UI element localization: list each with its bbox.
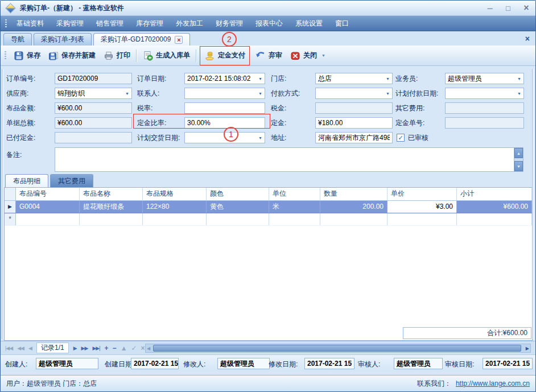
cell-unit-price[interactable]: ¥3.00 bbox=[387, 201, 457, 213]
deposit-label: 定金: bbox=[271, 117, 286, 129]
chevron-down-icon[interactable]: ▼ bbox=[123, 92, 129, 96]
grid-row-new[interactable]: * bbox=[5, 213, 532, 226]
tab-navigation[interactable]: 导航 bbox=[3, 33, 32, 46]
cell-unit: 米 bbox=[269, 201, 320, 213]
remark-field[interactable]: ▲ ▼ bbox=[55, 147, 523, 172]
nav-delete-button[interactable]: − bbox=[113, 344, 116, 352]
modifier-label: 修改人: bbox=[183, 360, 205, 369]
menu-finance[interactable]: 财务管理 bbox=[209, 16, 249, 31]
deposit-rate-field[interactable]: 30.00% bbox=[184, 117, 265, 129]
supplier-field[interactable]: 锦翔纺织 ▼ bbox=[55, 88, 132, 99]
nav-prev-button[interactable]: ◀ bbox=[28, 345, 32, 351]
deposit-pay-button[interactable]: 定金支付 bbox=[200, 49, 249, 63]
print-button[interactable]: 打印 bbox=[100, 49, 134, 63]
scroll-left-icon[interactable]: ◀ bbox=[147, 345, 150, 352]
col-fabric-spec[interactable]: 布品规格 bbox=[143, 188, 207, 200]
floppy-icon bbox=[14, 51, 24, 61]
col-fabric-name[interactable]: 布品名称 bbox=[80, 188, 143, 200]
deposit-rate-value: 30.00% bbox=[187, 119, 211, 127]
salesman-value: 超级管理员 bbox=[448, 74, 482, 84]
window-close-button[interactable]: × bbox=[522, 3, 531, 13]
menu-system[interactable]: 系统设置 bbox=[289, 16, 329, 31]
menu-purchase[interactable]: 采购管理 bbox=[50, 16, 90, 31]
chevron-down-icon[interactable]: ▼ bbox=[384, 92, 390, 96]
approved-checkbox[interactable]: ✓ bbox=[397, 134, 405, 142]
contact-field[interactable]: ▼ bbox=[184, 88, 265, 99]
grid-indicator-header bbox=[5, 188, 16, 200]
chevron-down-icon[interactable]: ▼ bbox=[257, 92, 262, 96]
tab-other-fees[interactable]: 其它费用 bbox=[50, 174, 93, 187]
order-date-field[interactable]: 2017-02-21 15:08:02 ▼ bbox=[184, 73, 265, 84]
salesman-field[interactable]: 超级管理员 ▼ bbox=[445, 73, 524, 84]
nav-next-button[interactable]: ▶ bbox=[73, 345, 77, 351]
menu-sales[interactable]: 销售管理 bbox=[90, 16, 130, 31]
tab-fabric-detail[interactable]: 布品明细 bbox=[5, 174, 48, 187]
tab-close-icon[interactable]: × bbox=[175, 36, 183, 44]
scroll-right-icon[interactable]: ▶ bbox=[526, 345, 529, 352]
chevron-down-icon[interactable]: ▼ bbox=[516, 77, 521, 81]
tax-rate-field[interactable] bbox=[184, 102, 265, 114]
horizontal-scrollbar[interactable]: ◀ ▶ bbox=[145, 344, 531, 353]
remark-scrollbar[interactable]: ▲ ▼ bbox=[514, 148, 523, 171]
menu-basic-data[interactable]: 基础资料 bbox=[10, 16, 50, 31]
nav-cancel-button[interactable]: × bbox=[141, 344, 145, 352]
row-selected-icon: ▶ bbox=[5, 201, 16, 213]
scroll-down-icon[interactable]: ▼ bbox=[514, 161, 523, 171]
nav-prior-page-button[interactable]: ◀◀ bbox=[17, 345, 24, 351]
tab-po-current[interactable]: 采购订单-GD17020009 × bbox=[93, 33, 190, 46]
nav-insert-button[interactable]: + bbox=[105, 344, 108, 352]
toolbar-separator bbox=[136, 49, 137, 62]
nav-next-page-button[interactable]: ▶▶ bbox=[81, 345, 88, 351]
col-unit[interactable]: 单位 bbox=[269, 188, 320, 200]
nav-edit-button[interactable]: ▲ bbox=[121, 344, 127, 352]
nav-first-button[interactable]: |◀◀ bbox=[5, 345, 13, 351]
contact-label: 联系人: bbox=[137, 88, 159, 99]
workspace-close-icon[interactable]: × bbox=[525, 34, 530, 43]
pay-method-field[interactable]: ▼ bbox=[315, 88, 393, 99]
website-link[interactable]: http://www.lange.com.cn bbox=[456, 379, 530, 387]
generate-inbound-button[interactable]: 生成入库单 bbox=[139, 49, 194, 63]
chevron-down-icon[interactable]: ▼ bbox=[321, 53, 325, 57]
scroll-up-icon[interactable]: ▲ bbox=[514, 148, 523, 158]
minimize-button[interactable]: ─ bbox=[485, 4, 494, 13]
tab-po-list[interactable]: 采购订单-列表 bbox=[34, 33, 92, 46]
scrollbar-thumb[interactable] bbox=[153, 345, 521, 352]
nav-last-button[interactable]: ▶▶| bbox=[92, 345, 100, 351]
inbound-doc-icon bbox=[143, 51, 153, 61]
menu-bar: 基础资料 采购管理 销售管理 库存管理 外发加工 财务管理 报表中心 系统设置 … bbox=[1, 16, 535, 31]
menu-outsourcing[interactable]: 外发加工 bbox=[170, 16, 209, 31]
deposit-field[interactable]: ¥180.00 bbox=[315, 117, 393, 129]
deposit-pay-label: 定金支付 bbox=[218, 51, 245, 60]
other-fee-field bbox=[445, 102, 524, 114]
maximize-button[interactable]: □ bbox=[504, 4, 513, 13]
menu-inventory[interactable]: 库存管理 bbox=[130, 16, 170, 31]
fabric-amount-label: 布品金额: bbox=[6, 102, 35, 114]
auditor-value: 超级管理员 bbox=[394, 358, 443, 369]
col-fabric-code[interactable]: 布品编号 bbox=[16, 188, 80, 200]
store-field[interactable]: 总店 ▼ bbox=[315, 73, 393, 84]
close-tab-button[interactable]: 关闭 ▼ bbox=[286, 49, 329, 63]
toolbar: 保存 保存并新建 打印 bbox=[1, 46, 535, 66]
order-no-label: 订单编号: bbox=[6, 73, 35, 84]
audit-info-bar: 创建人: 超级管理员 创建日期: 2017-02-21 15 修改人: 超级管理… bbox=[1, 354, 535, 372]
menu-reports[interactable]: 报表中心 bbox=[249, 16, 289, 31]
menu-window[interactable]: 窗口 bbox=[329, 16, 355, 31]
col-subtotal[interactable]: 小计 bbox=[457, 188, 532, 200]
plan-pay-date-field[interactable]: ▼ bbox=[445, 88, 524, 99]
chevron-down-icon[interactable]: ▼ bbox=[257, 77, 262, 81]
save-button[interactable]: 保存 bbox=[10, 49, 44, 63]
paid-deposit-label: 已付定金: bbox=[6, 132, 35, 143]
chevron-down-icon[interactable]: ▼ bbox=[384, 77, 390, 81]
col-unit-price[interactable]: 单价 bbox=[387, 188, 457, 200]
grid-row-selected[interactable]: ▶ G0004 提花顺纡缎条 122×80 黄色 米 200.00 ¥3.00 … bbox=[5, 201, 532, 213]
cell-subtotal: ¥600.00 bbox=[457, 201, 532, 213]
chevron-down-icon[interactable]: ▼ bbox=[257, 136, 262, 140]
address-field[interactable]: 河南省郑州市京广路498号 bbox=[315, 132, 393, 143]
col-color[interactable]: 颜色 bbox=[207, 188, 269, 200]
unapprove-button[interactable]: 弃审 bbox=[251, 49, 286, 63]
col-quantity[interactable]: 数量 bbox=[320, 188, 387, 200]
pay-method-label: 付款方式: bbox=[271, 88, 300, 99]
chevron-down-icon[interactable]: ▼ bbox=[516, 92, 521, 96]
save-and-new-button[interactable]: 保存并新建 bbox=[44, 49, 100, 63]
nav-post-button[interactable]: ✓ bbox=[131, 344, 137, 352]
